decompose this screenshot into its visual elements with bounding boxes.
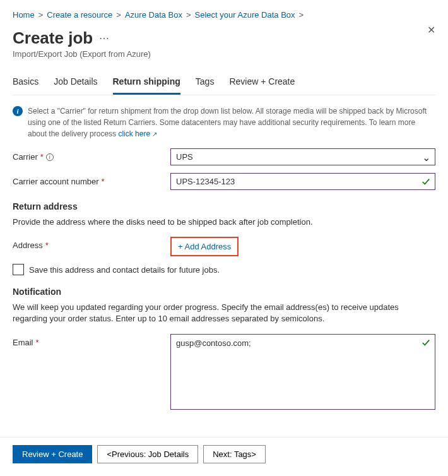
previous-button[interactable]: <Previous: Job Details (97, 445, 198, 463)
next-button[interactable]: Next: Tags> (203, 445, 266, 463)
info-icon: i (13, 106, 23, 116)
carrier-account-label: Carrier account number (13, 177, 99, 186)
required-indicator: * (36, 338, 39, 347)
info-circle-icon[interactable]: i (46, 153, 54, 161)
required-indicator: * (45, 241, 49, 250)
save-address-label: Save this address and contact details fo… (29, 265, 220, 275)
breadcrumb-azure-data-box[interactable]: Azure Data Box (125, 10, 182, 20)
chevron-right-icon: > (186, 10, 191, 20)
breadcrumb-select-data-box[interactable]: Select your Azure Data Box (195, 10, 295, 20)
breadcrumb-create-resource[interactable]: Create a resource (47, 10, 112, 20)
review-create-button[interactable]: Review + Create (13, 445, 92, 463)
notification-title: Notification (13, 287, 435, 297)
chevron-right-icon: > (116, 10, 121, 20)
chevron-right-icon: > (38, 10, 44, 20)
carrier-label: Carrier (13, 152, 38, 162)
click-here-link[interactable]: click here ↗ (118, 129, 157, 138)
tab-job-details[interactable]: Job Details (54, 76, 97, 95)
close-icon[interactable]: ✕ (427, 24, 435, 36)
save-address-checkbox[interactable] (13, 264, 24, 275)
more-icon[interactable]: ⋯ (99, 32, 109, 44)
required-indicator: * (40, 152, 44, 162)
page-title: Create job (13, 28, 93, 48)
tab-return-shipping[interactable]: Return shipping (113, 76, 180, 95)
page-subtitle: Import/Export Job (Export from Azure) (13, 49, 435, 59)
tab-basics[interactable]: Basics (13, 76, 38, 95)
breadcrumb: Home> Create a resource> Azure Data Box>… (13, 10, 435, 20)
add-address-button[interactable]: + Add Address (178, 242, 231, 251)
footer: Review + Create <Previous: Job Details N… (0, 437, 448, 471)
notification-desc: We will keep you updated regarding your … (13, 302, 435, 324)
tab-review-create[interactable]: Review + Create (229, 76, 295, 95)
info-banner: i Select a "Carrier" for return shipment… (13, 104, 435, 148)
carrier-account-input[interactable] (170, 173, 435, 190)
info-text: Select a "Carrier" for return shipment f… (28, 107, 427, 138)
return-address-desc: Provide the address where the disks need… (13, 217, 435, 228)
required-indicator: * (102, 177, 105, 186)
tab-tags[interactable]: Tags (196, 76, 215, 95)
external-link-icon: ↗ (152, 131, 157, 138)
breadcrumb-home[interactable]: Home (13, 10, 35, 20)
chevron-right-icon: > (299, 10, 304, 20)
email-textarea[interactable]: gusp@contoso.com; (170, 334, 435, 410)
address-label: Address (13, 241, 43, 250)
return-address-title: Return address (13, 201, 435, 211)
add-address-highlight: + Add Address (170, 237, 239, 256)
carrier-select[interactable]: UPS (170, 148, 435, 165)
email-label: Email (13, 338, 33, 347)
tabs: Basics Job Details Return shipping Tags … (13, 76, 435, 95)
